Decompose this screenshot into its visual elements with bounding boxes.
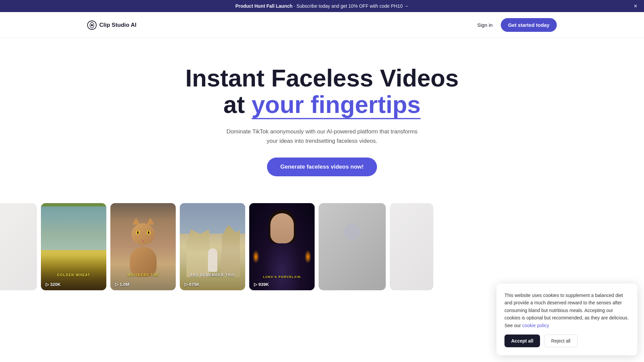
announcement-separator: ·	[294, 3, 297, 9]
announcement-bar: Product Hunt Fall Launch · Subscribe tod…	[0, 0, 644, 12]
hero-cta-button[interactable]: Generate faceless videos now!	[267, 158, 377, 176]
cookie-text: This website uses cookies to supplement …	[504, 292, 629, 329]
cookie-actions: Accept all Reject all	[504, 335, 629, 347]
cat-head	[131, 223, 155, 245]
woman-face	[270, 213, 294, 243]
hero-subtitle-line1: Dominate TikTok anonymously with our AI-…	[226, 128, 418, 135]
video-card-wheat[interactable]: GOLDEN WHEAT ▷ 320K	[41, 203, 106, 290]
video-card-fade-right-bg	[390, 203, 433, 290]
video-card-desert-caption: AND REMEMBER THIS	[190, 273, 235, 277]
cookie-banner: This website uses cookies to supplement …	[496, 284, 637, 355]
video-card-fade-left	[0, 203, 37, 290]
grey-circle	[344, 223, 361, 240]
video-card-cat[interactable]: WHISKERS THE ▷ 1.0M	[110, 203, 176, 290]
announcement-close-button[interactable]: ×	[634, 3, 637, 9]
announcement-bold: Product Hunt Fall Launch	[235, 3, 292, 9]
cat-shape	[130, 237, 157, 274]
cookie-policy-link[interactable]: cookie policy	[522, 323, 549, 328]
cookie-reject-button[interactable]: Reject all	[544, 335, 578, 347]
cat-ear-right	[146, 218, 154, 225]
hero-subtitle: Dominate TikTok anonymously with our AI-…	[7, 127, 637, 145]
nav-actions: Sign in Get started today	[477, 18, 557, 32]
hero-headline-line2: at your fingertips	[7, 92, 637, 119]
video-card-cat-caption: WHISKERS THE	[127, 273, 159, 277]
video-card-woman[interactable]: LUNA'S PORCELAIN ▷ 939K	[249, 203, 315, 290]
video-card-bg	[0, 203, 37, 290]
hero-headline-line1: Instant Faceless Videos	[185, 65, 459, 92]
svg-point-1	[91, 24, 93, 26]
video-card-wheat-bg	[41, 203, 106, 290]
hero-headline-highlight: your fingertips	[252, 92, 421, 119]
video-card-grey	[319, 203, 386, 290]
cat-nose	[142, 240, 144, 242]
announcement-message: Subscribe today and get 10% OFF with cod…	[297, 3, 409, 9]
hero-subtitle-line2: your ideas into trendsetting faceless vi…	[267, 138, 377, 144]
video-row: GOLDEN WHEAT ▷ 320K	[0, 193, 644, 290]
desert-figure	[208, 248, 217, 272]
hero-headline: Instant Faceless Videos at your fingerti…	[7, 65, 637, 119]
video-card-grey-bg	[319, 203, 386, 290]
video-card-cat-views: ▷ 1.0M	[115, 282, 129, 287]
video-card-desert-bg	[180, 203, 245, 290]
logo-icon	[87, 20, 97, 30]
cat-eyes	[136, 231, 151, 235]
video-card-fade-right	[390, 203, 433, 290]
video-card-desert[interactable]: AND REMEMBER THIS ▷ 675K	[180, 203, 245, 290]
video-card-desert-views: ▷ 675K	[184, 282, 200, 287]
cat-ear-left	[132, 218, 140, 225]
video-card-wheat-caption: GOLDEN WHEAT	[57, 273, 90, 277]
hero-cta: Generate faceless videos now!	[7, 158, 637, 176]
logo-text: Clip Studio AI	[99, 22, 137, 28]
cat-body	[130, 247, 157, 277]
video-card-woman-caption: LUNA'S PORCELAIN	[263, 275, 301, 279]
hero-section: Instant Faceless Videos at your fingerti…	[0, 38, 644, 193]
get-started-button[interactable]: Get started today	[501, 18, 557, 32]
cat-eye-right	[147, 231, 151, 235]
video-card-cat-bg	[110, 203, 176, 290]
navbar: Clip Studio AI Sign in Get started today	[0, 12, 644, 38]
announcement-text: Product Hunt Fall Launch · Subscribe tod…	[235, 3, 409, 9]
sign-in-button[interactable]: Sign in	[477, 22, 493, 28]
cat-eye-left	[136, 231, 140, 235]
logo[interactable]: Clip Studio AI	[87, 20, 137, 30]
video-card-woman-views: ▷ 939K	[254, 282, 269, 287]
cookie-accept-button[interactable]: Accept all	[504, 335, 540, 347]
video-card-wheat-views: ▷ 320K	[46, 282, 61, 287]
hero-headline-plain: at	[223, 91, 252, 118]
